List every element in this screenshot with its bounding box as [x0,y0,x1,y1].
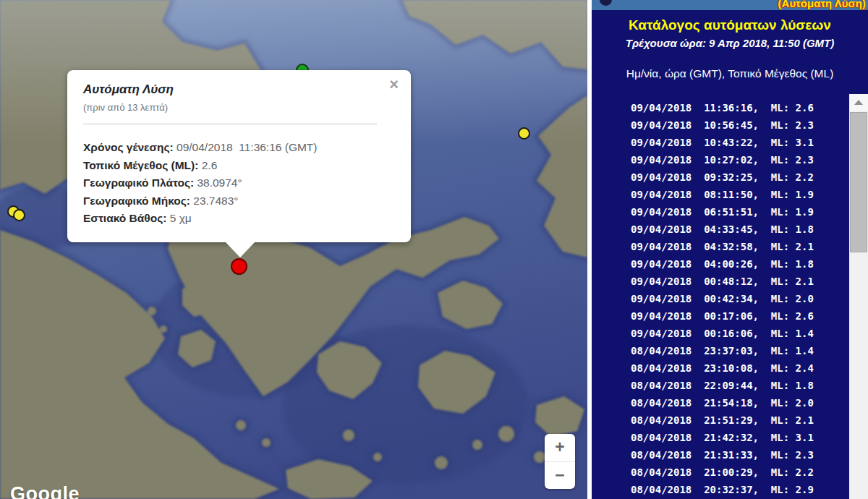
popup-tail [225,242,255,257]
popup-field-longitude: Γεωγραφικό Μήκος: 23.7483° [83,192,395,210]
event-list-item[interactable]: 08/04/2018 23:37:03, ML: 1.4 [631,342,848,359]
event-list-item[interactable]: 09/04/2018 00:17:06, ML: 2.6 [631,307,848,325]
current-time: Τρέχουσα ώρα: 9 Απρ 2018, 11:50 (GMT) [592,37,868,49]
event-list-item[interactable]: 09/04/2018 08:11:50, ML: 1.9 [631,186,848,203]
event-list-item[interactable]: 08/04/2018 22:09:44, ML: 1.8 [631,377,848,394]
event-list-item[interactable]: 09/04/2018 10:56:45, ML: 2.3 [631,116,848,134]
legend-marker-icon [600,0,612,6]
event-list-item[interactable]: 09/04/2018 00:42:34, ML: 2.0 [631,290,848,307]
catalog-title: Κατάλογος αυτόματων λύσεων [592,17,868,33]
event-list-item[interactable]: 08/04/2018 23:10:08, ML: 2.4 [631,359,848,377]
event-marker-yellow-2[interactable] [13,209,25,221]
page: × Αυτόματη Λύση (πριν από 13 λεπτά) Χρόν… [0,0,868,499]
google-logo[interactable]: Google [10,483,80,499]
popup-title: Αυτόματη Λύση [83,82,395,97]
popup-field-magnitude: Τοπικό Μέγεθος (ML): 2.6 [83,157,395,175]
event-list-item[interactable]: 09/04/2018 10:43:22, ML: 3.1 [631,134,848,151]
event-list-item[interactable]: 09/04/2018 06:51:51, ML: 1.9 [631,203,848,221]
map-canvas[interactable]: × Αυτόματη Λύση (πριν από 13 λεπτά) Χρόν… [0,0,587,499]
scroll-up-icon [854,100,863,105]
list-scrollbar[interactable] [849,94,868,499]
event-list: 09/04/2018 11:36:16, ML: 2.609/04/2018 1… [592,94,848,499]
legend-label: (Αυτόματη Λύση) [778,0,866,9]
event-list-item[interactable]: 09/04/2018 04:32:58, ML: 2.1 [631,238,848,255]
popup-field-depth: Εστιακό Βάθος: 5 χμ [83,210,395,228]
event-list-item[interactable]: 08/04/2018 21:54:18, ML: 2.0 [631,394,848,411]
event-list-item[interactable]: 08/04/2018 21:51:29, ML: 2.1 [631,411,848,429]
event-marker-yellow-3[interactable] [518,127,530,140]
sidebar: (Αυτόματη Λύση) Κατάλογος αυτόματων λύσε… [592,0,868,499]
popup-field-latitude: Γεωγραφικό Πλάτος: 38.0974° [83,174,395,192]
event-list-item[interactable]: 09/04/2018 04:33:45, ML: 1.8 [631,221,848,238]
event-list-container: 09/04/2018 11:36:16, ML: 2.609/04/2018 1… [592,94,868,499]
popup-age-note: (πριν από 13 λεπτά) [83,102,395,113]
event-list-item[interactable]: 09/04/2018 00:48:12, ML: 2.1 [631,273,848,290]
zoom-in-button[interactable]: + [545,434,575,461]
map-zoom-control: + − [545,434,575,489]
event-list-item[interactable]: 08/04/2018 21:42:32, ML: 3.1 [631,429,848,446]
scrollbar-up-button[interactable] [849,94,868,111]
sidebar-top-strip: (Αυτόματη Λύση) [592,0,868,10]
event-list-item[interactable]: 09/04/2018 00:16:06, ML: 1.4 [631,325,848,342]
event-list-item[interactable]: 09/04/2018 04:00:26, ML: 1.8 [631,255,848,273]
event-list-item[interactable]: 08/04/2018 21:00:29, ML: 2.2 [631,464,848,481]
zoom-out-button[interactable]: − [545,461,575,490]
event-list-item[interactable]: 09/04/2018 10:27:02, ML: 2.3 [631,151,848,169]
info-window: × Αυτόματη Λύση (πριν από 13 λεπτά) Χρόν… [67,70,411,242]
popup-field-origin-time: Χρόνος γένεσης: 09/04/2018 11:36:16 (GMT… [83,139,395,157]
event-list-item[interactable]: 08/04/2018 21:31:33, ML: 2.3 [631,446,848,464]
close-icon[interactable]: × [389,77,399,93]
event-list-item[interactable]: 08/04/2018 20:32:37, ML: 2.9 [631,481,848,498]
event-list-item[interactable]: 09/04/2018 09:32:25, ML: 2.2 [631,169,848,186]
list-column-header: Ημ/νία, ώρα (GMT), Τοπικό Μέγεθος (ML) [592,67,868,80]
event-list-item[interactable]: 09/04/2018 11:36:16, ML: 2.6 [631,99,848,116]
scrollbar-thumb[interactable] [850,112,867,252]
selected-event-marker[interactable] [231,258,247,275]
popup-divider [83,124,377,124]
